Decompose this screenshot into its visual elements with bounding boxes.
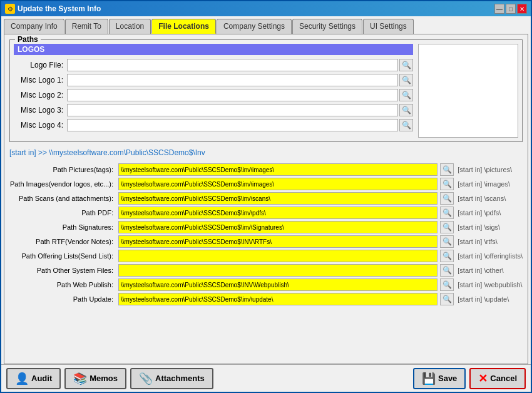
path-input-9[interactable] xyxy=(118,293,437,305)
path-browse-9[interactable]: 🔍 xyxy=(440,293,454,305)
bottom-left: 👤 Audit 📚 Memos 📎 Attachments xyxy=(6,368,213,389)
path-browse-1[interactable]: 🔍 xyxy=(440,178,454,190)
path-input-4[interactable] xyxy=(118,221,437,233)
close-button[interactable]: ✕ xyxy=(517,4,527,14)
misc-logo1-label: Misc Logo 1: xyxy=(14,76,67,84)
logo-file-label: Logo File: xyxy=(14,61,67,69)
misc-logo4-label: Misc Logo 4: xyxy=(14,121,67,130)
misc-logo3-browse[interactable]: 🔍 xyxy=(399,104,413,116)
content-area: Paths LOGOS Logo File: 🔍 Misc Logo 1: 🔍 xyxy=(4,34,528,364)
tab-company-settings[interactable]: Company Settings xyxy=(217,19,292,34)
misc-logo2-input[interactable] xyxy=(67,89,398,101)
tab-company-info[interactable]: Company Info xyxy=(4,19,64,34)
attachments-icon: 📎 xyxy=(139,372,153,385)
logos-header: LOGOS xyxy=(14,44,413,55)
path-start-in-4: [start in] \sigs\ xyxy=(458,223,523,231)
path-browse-5[interactable]: 🔍 xyxy=(440,235,454,248)
path-label-3: Path PDF: xyxy=(9,209,116,217)
path-label-4: Path Signatures: xyxy=(9,223,116,231)
tab-file-locations[interactable]: File Locations xyxy=(151,19,216,34)
path-start-in-1: [start in] \images\ xyxy=(458,180,523,188)
path-browse-8[interactable]: 🔍 xyxy=(440,278,454,291)
title-bar: ⚙ Update the System Info — □ ✕ xyxy=(1,1,531,16)
attachments-label: Attachments xyxy=(155,374,205,383)
misc-logo4-browse[interactable]: 🔍 xyxy=(399,119,413,131)
misc-logo1-browse[interactable]: 🔍 xyxy=(399,74,413,86)
path-start-in-7: [start in] \other\ xyxy=(458,267,523,274)
misc-logo2-browse[interactable]: 🔍 xyxy=(399,89,413,101)
maximize-button[interactable]: □ xyxy=(506,4,516,14)
path-input-5[interactable] xyxy=(118,235,437,248)
misc-logo4-row: Misc Logo 4: 🔍 xyxy=(14,119,413,131)
path-label-2: Path Scans (and attachments): xyxy=(9,195,116,202)
paths-group: Paths LOGOS Logo File: 🔍 Misc Logo 1: 🔍 xyxy=(9,39,523,142)
minimize-button[interactable]: — xyxy=(494,4,504,14)
bottom-bar: 👤 Audit 📚 Memos 📎 Attachments 💾 Save ✕ C… xyxy=(1,364,531,392)
cancel-button[interactable]: ✕ Cancel xyxy=(469,368,526,389)
path-input-2[interactable] xyxy=(118,192,437,205)
path-label-6: Path Offering Lists(Send List): xyxy=(9,252,116,260)
window-controls: — □ ✕ xyxy=(494,4,527,14)
path-label-5: Path RTF(Vendor Notes): xyxy=(9,238,116,245)
path-input-8[interactable] xyxy=(118,278,437,291)
path-label-8: Path Web Publish: xyxy=(9,281,116,288)
path-browse-3[interactable]: 🔍 xyxy=(440,207,454,219)
misc-logo2-label: Misc Logo 2: xyxy=(14,91,67,100)
misc-logo2-row: Misc Logo 2: 🔍 xyxy=(14,89,413,101)
path-input-1[interactable] xyxy=(118,178,437,190)
start-in-info: [start in] >> \\mysteelsoftware.com\Publ… xyxy=(9,147,523,158)
misc-logo3-label: Misc Logo 3: xyxy=(14,106,67,115)
path-browse-2[interactable]: 🔍 xyxy=(440,192,454,205)
save-icon: 💾 xyxy=(422,372,436,385)
paths-group-label: Paths xyxy=(15,35,41,44)
memos-button[interactable]: 📚 Memos xyxy=(64,368,126,389)
path-label-7: Path Other System Files: xyxy=(9,267,116,274)
logo-file-input[interactable] xyxy=(67,59,398,71)
misc-logo3-input[interactable] xyxy=(67,104,398,116)
misc-logo4-input[interactable] xyxy=(67,119,398,131)
main-window: ⚙ Update the System Info — □ ✕ Company I… xyxy=(0,0,532,393)
path-start-in-2: [start in] \scans\ xyxy=(458,195,523,202)
tab-remit-to[interactable]: Remit To xyxy=(65,19,108,34)
audit-button[interactable]: 👤 Audit xyxy=(6,368,61,389)
path-label-9: Path Update: xyxy=(9,295,116,303)
logo-file-row: Logo File: 🔍 xyxy=(14,59,413,71)
save-button[interactable]: 💾 Save xyxy=(413,368,466,389)
audit-icon: 👤 xyxy=(15,372,29,385)
path-start-in-3: [start in] \pdfs\ xyxy=(458,209,523,217)
path-browse-4[interactable]: 🔍 xyxy=(440,221,454,233)
tab-security-settings[interactable]: Security Settings xyxy=(292,19,362,34)
attachments-button[interactable]: 📎 Attachments xyxy=(130,368,213,389)
memos-label: Memos xyxy=(90,374,118,383)
logo-fields: LOGOS Logo File: 🔍 Misc Logo 1: 🔍 Misc L… xyxy=(14,44,413,138)
misc-logo1-row: Misc Logo 1: 🔍 xyxy=(14,74,413,86)
misc-logo1-input[interactable] xyxy=(67,74,398,86)
audit-label: Audit xyxy=(31,374,52,383)
path-input-3[interactable] xyxy=(118,207,437,219)
path-start-in-0: [start in] \pictures\ xyxy=(458,166,523,173)
path-input-6[interactable] xyxy=(118,250,437,262)
path-label-1: Path Images(vendor logos, etc...): xyxy=(9,180,116,188)
cancel-icon: ✕ xyxy=(478,372,488,385)
misc-logo3-row: Misc Logo 3: 🔍 xyxy=(14,104,413,116)
path-start-in-5: [start in] \rtfs\ xyxy=(458,238,523,245)
memos-icon: 📚 xyxy=(73,372,87,385)
path-input-7[interactable] xyxy=(118,264,437,277)
tab-ui-settings[interactable]: UI Settings xyxy=(363,19,414,34)
app-icon: ⚙ xyxy=(5,4,15,14)
window-title: Update the System Info xyxy=(18,4,101,13)
path-start-in-8: [start in] \webpublish\ xyxy=(458,281,523,288)
path-label-0: Path Pictures(tags): xyxy=(9,166,116,173)
tabs-bar: Company Info Remit To Location File Loca… xyxy=(1,16,531,34)
cancel-label: Cancel xyxy=(490,374,517,383)
path-input-0[interactable] xyxy=(118,163,437,176)
path-start-in-9: [start in] \update\ xyxy=(458,295,523,303)
path-browse-0[interactable]: 🔍 xyxy=(440,163,454,176)
path-browse-6[interactable]: 🔍 xyxy=(440,250,454,262)
logo-file-browse[interactable]: 🔍 xyxy=(399,59,413,71)
save-label: Save xyxy=(438,374,457,383)
tab-location[interactable]: Location xyxy=(109,19,151,34)
path-browse-7[interactable]: 🔍 xyxy=(440,264,454,277)
group-inner: LOGOS Logo File: 🔍 Misc Logo 1: 🔍 Misc L… xyxy=(14,44,518,138)
paths-grid: Path Pictures(tags):🔍[start in] \picture… xyxy=(9,163,523,305)
